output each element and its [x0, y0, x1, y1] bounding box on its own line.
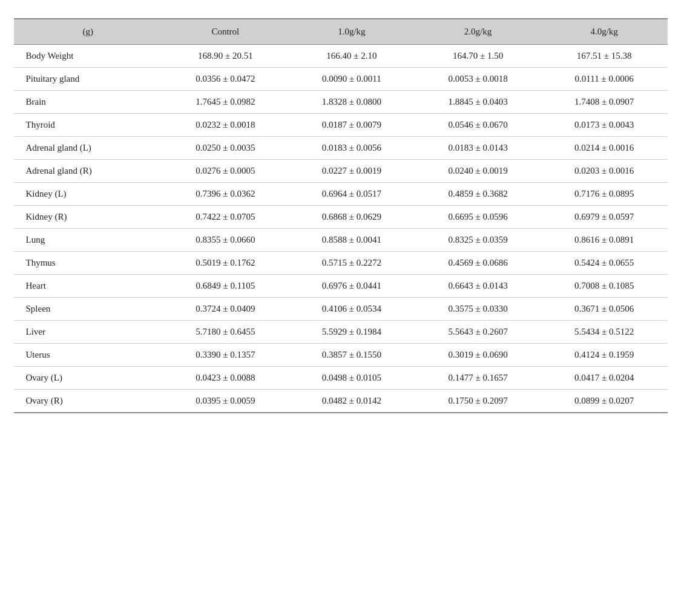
value-col2: 0.5715 ± 0.2272 [289, 252, 415, 275]
table-row: Thymus0.5019 ± 0.17620.5715 ± 0.22720.45… [14, 252, 668, 275]
value-col4: 0.0173 ± 0.0043 [541, 114, 668, 137]
value-col2: 0.6964 ± 0.0517 [289, 183, 415, 206]
value-col3: 0.6695 ± 0.0596 [415, 206, 541, 229]
organ-label: Thymus [14, 252, 163, 275]
value-col2: 0.3857 ± 0.1550 [289, 344, 415, 367]
value-col1: 0.0423 ± 0.0088 [162, 367, 289, 390]
value-col3: 0.3019 ± 0.0690 [415, 344, 541, 367]
value-col4: 0.5424 ± 0.0655 [541, 252, 668, 275]
value-col1: 0.0250 ± 0.0035 [162, 137, 289, 160]
value-col1: 5.7180 ± 0.6455 [162, 321, 289, 344]
organ-label: Kidney (R) [14, 206, 163, 229]
value-col2: 0.0227 ± 0.0019 [289, 160, 415, 183]
organ-label: Kidney (L) [14, 183, 163, 206]
value-col2: 0.0183 ± 0.0056 [289, 137, 415, 160]
value-col3: 0.6643 ± 0.0143 [415, 275, 541, 298]
organ-label: Adrenal gland (R) [14, 160, 163, 183]
value-col1: 0.5019 ± 0.1762 [162, 252, 289, 275]
value-col3: 0.0240 ± 0.0019 [415, 160, 541, 183]
value-col1: 0.3724 ± 0.0409 [162, 298, 289, 321]
table-row: Adrenal gland (L)0.0250 ± 0.00350.0183 ±… [14, 137, 668, 160]
header-control: Control [162, 19, 289, 45]
value-col3: 0.0183 ± 0.0143 [415, 137, 541, 160]
value-col1: 0.7422 ± 0.0705 [162, 206, 289, 229]
value-col2: 0.0187 ± 0.0079 [289, 114, 415, 137]
header-dose2: 2.0g/kg [415, 19, 541, 45]
organ-label: Uterus [14, 344, 163, 367]
organ-weight-table: (g) Control 1.0g/kg 2.0g/kg 4.0g/kg Body… [14, 18, 668, 413]
value-col3: 0.8325 ± 0.0359 [415, 229, 541, 252]
value-col2: 0.0090 ± 0.0011 [289, 68, 415, 91]
organ-label: Liver [14, 321, 163, 344]
value-col3: 0.3575 ± 0.0330 [415, 298, 541, 321]
value-col2: 0.0482 ± 0.0142 [289, 390, 415, 413]
value-col1: 1.7645 ± 0.0982 [162, 91, 289, 114]
table-row: Lung0.8355 ± 0.06600.8588 ± 0.00410.8325… [14, 229, 668, 252]
value-col1: 0.0356 ± 0.0472 [162, 68, 289, 91]
value-col4: 167.51 ± 15.38 [541, 45, 668, 68]
value-col4: 0.6979 ± 0.0597 [541, 206, 668, 229]
table-row: Adrenal gland (R)0.0276 ± 0.00050.0227 ±… [14, 160, 668, 183]
value-col2: 0.0498 ± 0.0105 [289, 367, 415, 390]
value-col3: 1.8845 ± 0.0403 [415, 91, 541, 114]
table-row: Pituitary gland0.0356 ± 0.04720.0090 ± 0… [14, 68, 668, 91]
organ-weight-table-wrapper: (g) Control 1.0g/kg 2.0g/kg 4.0g/kg Body… [14, 18, 668, 413]
value-col4: 0.0203 ± 0.0016 [541, 160, 668, 183]
header-dose1: 1.0g/kg [289, 19, 415, 45]
header-dose4: 4.0g/kg [541, 19, 668, 45]
value-col4: 0.0899 ± 0.0207 [541, 390, 668, 413]
organ-label: Adrenal gland (L) [14, 137, 163, 160]
organ-label: Ovary (R) [14, 390, 163, 413]
value-col4: 0.0214 ± 0.0016 [541, 137, 668, 160]
table-row: Uterus0.3390 ± 0.13570.3857 ± 0.15500.30… [14, 344, 668, 367]
table-row: Brain1.7645 ± 0.09821.8328 ± 0.08001.884… [14, 91, 668, 114]
organ-label: Heart [14, 275, 163, 298]
value-col1: 0.7396 ± 0.0362 [162, 183, 289, 206]
organ-label: Spleen [14, 298, 163, 321]
table-row: Kidney (L)0.7396 ± 0.03620.6964 ± 0.0517… [14, 183, 668, 206]
table-row: Heart0.6849 ± 0.11050.6976 ± 0.04410.664… [14, 275, 668, 298]
table-row: Kidney (R)0.7422 ± 0.07050.6868 ± 0.0629… [14, 206, 668, 229]
value-col4: 1.7408 ± 0.0907 [541, 91, 668, 114]
value-col3: 0.0546 ± 0.0670 [415, 114, 541, 137]
value-col2: 1.8328 ± 0.0800 [289, 91, 415, 114]
value-col2: 0.6976 ± 0.0441 [289, 275, 415, 298]
table-row: Body Weight168.90 ± 20.51166.40 ± 2.1016… [14, 45, 668, 68]
organ-label: Ovary (L) [14, 367, 163, 390]
value-col2: 0.8588 ± 0.0041 [289, 229, 415, 252]
value-col4: 0.8616 ± 0.0891 [541, 229, 668, 252]
table-row: Liver5.7180 ± 0.64555.5929 ± 0.19845.564… [14, 321, 668, 344]
table-header-row: (g) Control 1.0g/kg 2.0g/kg 4.0g/kg [14, 19, 668, 45]
value-col2: 0.6868 ± 0.0629 [289, 206, 415, 229]
organ-label: Body Weight [14, 45, 163, 68]
value-col4: 5.5434 ± 0.5122 [541, 321, 668, 344]
table-row: Ovary (L)0.0423 ± 0.00880.0498 ± 0.01050… [14, 367, 668, 390]
value-col2: 166.40 ± 2.10 [289, 45, 415, 68]
value-col3: 164.70 ± 1.50 [415, 45, 541, 68]
value-col1: 0.0276 ± 0.0005 [162, 160, 289, 183]
organ-label: Brain [14, 91, 163, 114]
value-col3: 0.4859 ± 0.3682 [415, 183, 541, 206]
value-col2: 0.4106 ± 0.0534 [289, 298, 415, 321]
value-col1: 0.0232 ± 0.0018 [162, 114, 289, 137]
value-col3: 0.0053 ± 0.0018 [415, 68, 541, 91]
value-col1: 0.3390 ± 0.1357 [162, 344, 289, 367]
value-col4: 0.7176 ± 0.0895 [541, 183, 668, 206]
value-col1: 168.90 ± 20.51 [162, 45, 289, 68]
value-col4: 0.0111 ± 0.0006 [541, 68, 668, 91]
header-organ: (g) [14, 19, 163, 45]
table-row: Spleen0.3724 ± 0.04090.4106 ± 0.05340.35… [14, 298, 668, 321]
organ-label: Thyroid [14, 114, 163, 137]
value-col2: 5.5929 ± 0.1984 [289, 321, 415, 344]
value-col4: 0.7008 ± 0.1085 [541, 275, 668, 298]
table-row: Thyroid0.0232 ± 0.00180.0187 ± 0.00790.0… [14, 114, 668, 137]
value-col3: 0.1477 ± 0.1657 [415, 367, 541, 390]
value-col4: 0.4124 ± 0.1959 [541, 344, 668, 367]
organ-label: Pituitary gland [14, 68, 163, 91]
organ-label: Lung [14, 229, 163, 252]
value-col3: 0.1750 ± 0.2097 [415, 390, 541, 413]
value-col1: 0.6849 ± 0.1105 [162, 275, 289, 298]
table-row: Ovary (R)0.0395 ± 0.00590.0482 ± 0.01420… [14, 390, 668, 413]
value-col1: 0.8355 ± 0.0660 [162, 229, 289, 252]
value-col1: 0.0395 ± 0.0059 [162, 390, 289, 413]
